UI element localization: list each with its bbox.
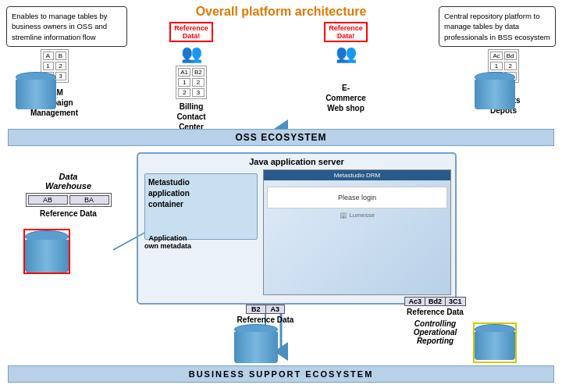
- diagram-container: Overall platform architecture 👥 AB 12 23…: [0, 0, 562, 392]
- app-metadata-label: Applicationown metadata: [137, 234, 199, 250]
- ctrl-ref-label: Reference Data: [367, 308, 503, 316]
- controlling-db: [475, 324, 515, 362]
- ecommerce-ref-badge: ReferenceData!: [324, 22, 368, 42]
- dw-db: [25, 230, 69, 273]
- dw-ref-label: Reference Data: [12, 209, 125, 218]
- billing-system: ReferenceData! 👥 A1B2 12 23 BillingConta…: [148, 22, 234, 132]
- b2a3-table: B2A3: [246, 305, 285, 314]
- billing-label: BillingContactCenter: [176, 102, 205, 132]
- bss-band-label: BUSINESS SUPPORT ECOSYSTEM: [189, 369, 374, 379]
- dl-ref-label: Reference Data: [215, 315, 316, 324]
- drm-title-bar: Metastudio DRM: [264, 170, 450, 180]
- b2a3-section: B2A3 Reference Data: [215, 305, 316, 324]
- dw-table: ABBA: [26, 193, 112, 207]
- billing-ref-badge: ReferenceData!: [169, 22, 213, 42]
- java-server-box: Java application server Metastudioapplic…: [137, 152, 457, 305]
- callout-right: Central repository platform to manage ta…: [439, 6, 556, 47]
- callout-left-text: Enables to manage tables by business own…: [12, 12, 108, 41]
- drm-content: Please login 🏢 Lumesse: [264, 180, 450, 222]
- callout-right-text: Central repository platform to manage ta…: [444, 12, 550, 41]
- crm-db: [16, 72, 56, 112]
- erp-db: [475, 72, 515, 112]
- callout-left: Enables to manage tables by business own…: [6, 6, 127, 47]
- oss-band: OSS ECOSYSTEM: [8, 129, 554, 146]
- billing-people-icon: 👥: [181, 44, 202, 64]
- metastudio-label: Metastudioapplicationcontainer: [148, 177, 254, 210]
- main-title: Overall platform architecture: [196, 5, 367, 19]
- ecommerce-people-icon: 👥: [336, 44, 357, 64]
- data-warehouse-section: DataWarehouse ABBA Reference Data: [12, 172, 125, 218]
- dw-label: DataWarehouse: [12, 172, 125, 191]
- metastudio-box: Metastudioapplicationcontainer: [144, 173, 258, 240]
- ecommerce-system: ReferenceData! 👥 E-CommerceWeb shop: [303, 22, 389, 113]
- oss-band-label: OSS ECOSYSTEM: [235, 132, 326, 143]
- ecommerce-label: E-CommerceWeb shop: [325, 83, 366, 113]
- billing-table: A1B2 12 23: [176, 66, 207, 99]
- java-server-label: Java application server: [138, 157, 455, 166]
- controlling-table: Ac3 Bd2 3C1: [404, 297, 465, 306]
- bss-band: BUSINESS SUPPORT ECOSYSTEM: [8, 365, 554, 383]
- drm-screenshot: Metastudio DRM Please login 🏢 Lumesse: [263, 169, 451, 295]
